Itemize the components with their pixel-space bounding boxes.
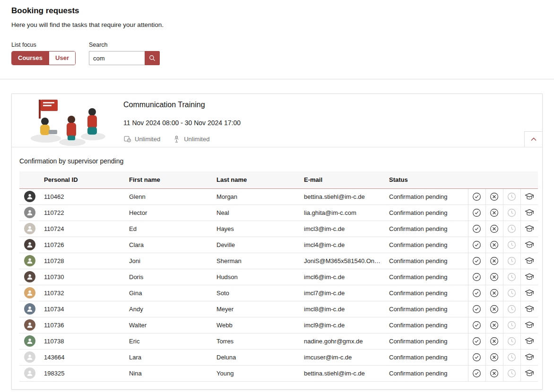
reject-button[interactable] bbox=[486, 237, 503, 253]
delegate-button[interactable] bbox=[521, 237, 538, 253]
email-cell: nadine.gohr@gmx.de bbox=[300, 333, 385, 349]
table-row: 110726 Clara Deville imcl4@im-c.de Confi… bbox=[19, 237, 538, 253]
delegate-button[interactable] bbox=[521, 301, 538, 317]
check-circle-icon bbox=[472, 352, 482, 362]
pending-action-cell bbox=[503, 333, 520, 349]
avatar-cell bbox=[19, 285, 40, 301]
toggle-user-button[interactable]: User bbox=[49, 51, 75, 65]
delegate-button[interactable] bbox=[521, 269, 538, 285]
avatar bbox=[24, 319, 35, 331]
delegate-button[interactable] bbox=[521, 205, 538, 221]
booking-table-body: 110462 Glenn Morgan bettina.stiehl@im-c.… bbox=[19, 188, 538, 381]
cross-circle-icon bbox=[489, 192, 499, 202]
pending-button[interactable] bbox=[503, 301, 520, 317]
delegate-button[interactable] bbox=[521, 221, 538, 237]
status-cell: Confirmation pending bbox=[385, 285, 468, 301]
delegate-button[interactable] bbox=[521, 189, 538, 205]
delegate-button[interactable] bbox=[521, 317, 538, 333]
pending-button[interactable] bbox=[503, 221, 520, 237]
approve-button[interactable] bbox=[468, 189, 485, 205]
personal-id-cell: 110724 bbox=[40, 221, 125, 237]
reject-button[interactable] bbox=[486, 189, 503, 205]
clock-icon bbox=[507, 352, 517, 362]
first-name-cell: Gina bbox=[125, 285, 213, 301]
booking-capacity-label: Unlimited bbox=[135, 136, 160, 143]
avatar-cell bbox=[19, 237, 40, 253]
table-row: 198325 Nina Young bettina.stiehl@im-c.de… bbox=[19, 365, 538, 381]
reject-button[interactable] bbox=[486, 333, 503, 349]
delegate-button[interactable] bbox=[521, 285, 538, 301]
reject-button[interactable] bbox=[486, 221, 503, 237]
personal-id-cell: 110736 bbox=[40, 317, 125, 333]
delegate-action-cell bbox=[520, 333, 538, 349]
avatar-cell bbox=[19, 188, 40, 205]
email-cell: imcl7@im-c.de bbox=[300, 285, 385, 301]
clock-icon bbox=[507, 256, 517, 266]
clock-icon bbox=[507, 240, 517, 250]
reject-button[interactable] bbox=[486, 317, 503, 333]
delegate-button[interactable] bbox=[521, 349, 538, 365]
approve-button[interactable] bbox=[468, 221, 485, 237]
pending-button[interactable] bbox=[503, 349, 520, 365]
delegate-button[interactable] bbox=[521, 333, 538, 349]
search-button[interactable] bbox=[145, 51, 160, 65]
approve-button[interactable] bbox=[468, 349, 485, 365]
pending-button[interactable] bbox=[503, 333, 520, 349]
pending-button[interactable] bbox=[503, 269, 520, 285]
avatar-cell bbox=[19, 317, 40, 333]
delegate-action-cell bbox=[520, 285, 538, 301]
delegate-action-cell bbox=[520, 188, 538, 205]
status-cell: Confirmation pending bbox=[385, 365, 468, 381]
approve-button[interactable] bbox=[468, 237, 485, 253]
approve-button[interactable] bbox=[468, 205, 485, 221]
first-name-cell: Lara bbox=[125, 349, 213, 365]
toggle-courses-button[interactable]: Courses bbox=[12, 51, 49, 65]
pending-button[interactable] bbox=[503, 366, 520, 381]
reject-button[interactable] bbox=[486, 285, 503, 301]
pending-button[interactable] bbox=[503, 237, 520, 253]
pending-button[interactable] bbox=[503, 285, 520, 301]
avatar bbox=[24, 367, 35, 379]
table-row: 110722 Hector Neal lia.ghita@im-c.com Co… bbox=[19, 205, 538, 221]
approve-button[interactable] bbox=[468, 317, 485, 333]
approve-button[interactable] bbox=[468, 333, 485, 349]
cross-circle-icon bbox=[489, 336, 499, 346]
approve-button[interactable] bbox=[468, 366, 485, 381]
reject-button[interactable] bbox=[486, 366, 503, 381]
action-column-header bbox=[520, 171, 538, 188]
reject-button[interactable] bbox=[486, 301, 503, 317]
reject-action-cell bbox=[485, 333, 503, 349]
course-card: Communication Training 11 Nov 2024 08:00… bbox=[11, 94, 543, 390]
reject-action-cell bbox=[485, 317, 503, 333]
last-name-cell: Sherman bbox=[213, 253, 300, 269]
graduation-cap-icon bbox=[524, 272, 535, 282]
search-input[interactable] bbox=[89, 51, 145, 65]
avatar bbox=[24, 255, 35, 266]
approve-button[interactable] bbox=[468, 285, 485, 301]
email-cell: imcuser@im-c.de bbox=[300, 349, 385, 365]
approve-button[interactable] bbox=[468, 301, 485, 317]
pending-button[interactable] bbox=[503, 253, 520, 269]
page-title: Booking requests bbox=[11, 6, 543, 16]
reject-button[interactable] bbox=[486, 253, 503, 269]
delegate-action-cell bbox=[520, 237, 538, 253]
reject-action-cell bbox=[485, 221, 503, 237]
pending-button[interactable] bbox=[503, 189, 520, 205]
delegate-button[interactable] bbox=[521, 253, 538, 269]
collapse-button[interactable] bbox=[524, 131, 542, 147]
approve-button[interactable] bbox=[468, 253, 485, 269]
pending-button[interactable] bbox=[503, 205, 520, 221]
avatar bbox=[24, 223, 35, 234]
table-row: 110736 Walter Webb imcl9@im-c.de Confirm… bbox=[19, 317, 538, 333]
approve-action-cell bbox=[468, 333, 485, 349]
reject-button[interactable] bbox=[486, 349, 503, 365]
reject-button[interactable] bbox=[486, 205, 503, 221]
chevron-up-icon bbox=[530, 136, 537, 143]
course-header: Communication Training 11 Nov 2024 08:00… bbox=[12, 94, 542, 147]
approve-button[interactable] bbox=[468, 269, 485, 285]
delegate-button[interactable] bbox=[521, 366, 538, 381]
pending-button[interactable] bbox=[503, 317, 520, 333]
first-name-cell: Clara bbox=[125, 237, 213, 253]
reject-button[interactable] bbox=[486, 269, 503, 285]
cross-circle-icon bbox=[489, 240, 499, 250]
